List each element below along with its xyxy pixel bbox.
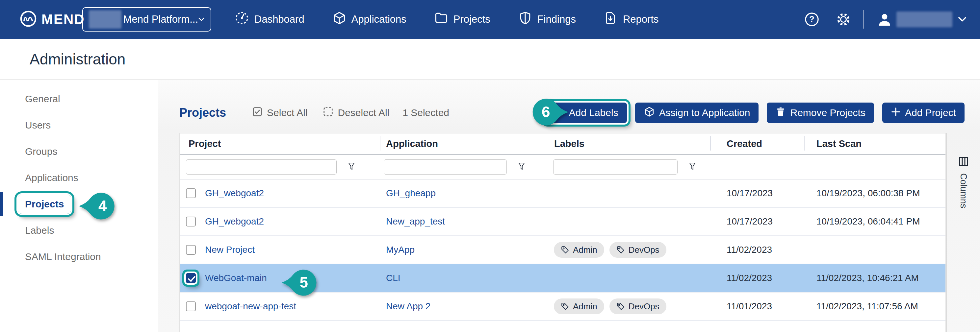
sidebar-item-projects[interactable]: Projects <box>0 191 158 217</box>
application-link[interactable]: New_app_test <box>386 216 445 226</box>
created-date: 10/17/2023 <box>710 188 804 199</box>
table-row-selected[interactable]: WebGoat-main CLI 11/02/2023 11/02/2023, … <box>180 264 945 292</box>
filter-input-project[interactable] <box>186 160 337 174</box>
add-project-button[interactable]: Add Project <box>882 103 964 123</box>
help-icon[interactable]: ? <box>804 12 819 27</box>
user-avatar-icon[interactable] <box>877 11 892 27</box>
project-link[interactable]: WebGoat-main <box>205 273 267 283</box>
mend-administration-page: MEND Mend Platform... Dashboard <box>0 0 980 332</box>
sidebar-item-groups[interactable]: Groups <box>0 138 158 165</box>
application-link[interactable]: MyApp <box>386 245 415 255</box>
project-link[interactable]: GH_webgoat2 <box>205 188 264 199</box>
row-checkbox[interactable] <box>186 302 196 311</box>
label-pill: Admin <box>554 242 604 258</box>
nav-label: Applications <box>352 13 406 25</box>
chevron-down-icon <box>198 16 205 23</box>
page-title-bar: Administration <box>0 39 980 80</box>
table-row[interactable]: GH_webgoat2 New_app_test 10/17/2023 10/1… <box>180 208 945 236</box>
filter-funnel-icon[interactable] <box>517 161 527 172</box>
column-header-project: Project <box>180 133 380 154</box>
projects-toolbar: Projects Select All <box>179 100 964 126</box>
nav-item-reports[interactable]: Reports <box>603 11 659 28</box>
filter-input-application[interactable] <box>384 160 507 174</box>
last-scan-date: 10/19/2023, 06:04:41 PM <box>804 216 946 227</box>
cube-icon <box>332 11 347 28</box>
table-header-row: Project Application Labels Created Last … <box>180 133 945 154</box>
primary-navigation: Dashboard Applications Projects <box>234 11 659 28</box>
nav-item-projects[interactable]: Projects <box>434 11 490 28</box>
nav-label: Findings <box>538 13 576 25</box>
deselect-all-button[interactable]: Deselect All <box>323 107 389 119</box>
mend-logo: MEND <box>20 10 82 28</box>
top-navbar: MEND Mend Platform... Dashboard <box>0 0 980 39</box>
select-all-button[interactable]: Select All <box>252 107 307 119</box>
row-checkbox[interactable] <box>186 188 196 198</box>
cube-icon <box>644 106 655 120</box>
row-checkbox-checked[interactable] <box>186 273 196 283</box>
label-pill: Admin <box>554 299 604 314</box>
columns-panel-toggle[interactable]: Columns <box>947 133 980 332</box>
nav-label: Reports <box>623 13 659 25</box>
svg-text:?: ? <box>809 14 814 24</box>
remove-projects-button[interactable]: Remove Projects <box>767 103 874 123</box>
sidebar-item-applications[interactable]: Applications <box>0 165 158 191</box>
project-link[interactable]: GH_webgoat2 <box>205 216 264 227</box>
created-date: 11/02/2023 <box>710 245 804 255</box>
toolbar-buttons: Add Labels Assign to Application <box>545 103 964 123</box>
last-scan-date: 10/19/2023, 06:00:38 PM <box>804 188 946 199</box>
mend-logo-icon <box>20 10 37 28</box>
nav-item-applications[interactable]: Applications <box>332 11 406 28</box>
column-header-labels: Labels <box>541 133 710 154</box>
user-menu-chevron-down-icon[interactable] <box>958 16 967 23</box>
sidebar-item-saml-integration[interactable]: SAML Integration <box>0 243 158 270</box>
table-row[interactable]: webgoat-new-app-test New App 2 Admin Dev… <box>180 292 945 321</box>
admin-sidebar: General Users Groups Applications Projec… <box>0 80 158 332</box>
project-link[interactable]: webgoat-new-app-test <box>205 301 296 311</box>
table-row[interactable]: New Project MyApp Admin DevOps 11/02/202… <box>180 236 945 264</box>
plus-icon <box>891 107 901 119</box>
last-scan-date: 11/02/2023, 11:07:56 AM <box>804 301 946 311</box>
navbar-divider <box>864 10 864 28</box>
filter-funnel-icon[interactable] <box>687 161 697 172</box>
application-link[interactable]: New App 2 <box>386 301 430 311</box>
table-filter-row <box>180 154 945 179</box>
trash-icon <box>775 106 786 119</box>
row-checkbox[interactable] <box>186 217 196 226</box>
column-header-created: Created <box>710 133 804 154</box>
add-labels-button[interactable]: Add Labels <box>545 103 627 123</box>
filter-funnel-icon[interactable] <box>347 161 356 172</box>
assign-to-application-button[interactable]: Assign to Application <box>635 103 759 123</box>
selected-count: 1 Selected <box>402 107 449 119</box>
sidebar-item-users[interactable]: Users <box>0 112 158 138</box>
label-pill: DevOps <box>609 242 667 258</box>
brand-name: MEND <box>41 11 85 27</box>
application-link[interactable]: GH_gheapp <box>386 188 436 198</box>
dashboard-gauge-icon <box>234 11 250 28</box>
label-pill: DevOps <box>609 299 667 314</box>
gear-icon[interactable] <box>836 12 851 27</box>
shield-icon <box>518 11 533 28</box>
sidebar-item-general[interactable]: General <box>0 86 158 112</box>
table-row[interactable]: GH_webgoat2 GH_gheapp 10/17/2023 10/19/2… <box>180 179 945 208</box>
folder-icon <box>434 11 449 28</box>
last-scan-date: 11/02/2023, 10:46:21 AM <box>804 273 946 283</box>
row-checkbox[interactable] <box>186 245 196 255</box>
report-download-icon <box>603 11 618 28</box>
projects-admin-main: Projects Select All <box>158 80 980 332</box>
sidebar-item-labels[interactable]: Labels <box>0 217 158 243</box>
created-date: 11/02/2023 <box>710 273 804 283</box>
filter-input-labels[interactable] <box>553 160 678 174</box>
application-link[interactable]: CLI <box>386 273 401 283</box>
nav-item-findings[interactable]: Findings <box>518 11 576 28</box>
projects-table: Project Application Labels Created Last … <box>179 133 946 332</box>
annotation-ring-projects: Projects <box>18 194 71 213</box>
navbar-right-controls: ? <box>804 10 967 28</box>
org-selector-label: Mend Platform... <box>123 13 198 25</box>
tag-icon <box>554 106 565 120</box>
redacted-org-name <box>89 10 121 28</box>
nav-label: Dashboard <box>255 13 304 25</box>
select-all-checkbox-icon <box>252 107 262 119</box>
project-link[interactable]: New Project <box>205 245 255 255</box>
nav-item-dashboard[interactable]: Dashboard <box>234 11 304 28</box>
organization-selector[interactable]: Mend Platform... <box>82 7 211 32</box>
